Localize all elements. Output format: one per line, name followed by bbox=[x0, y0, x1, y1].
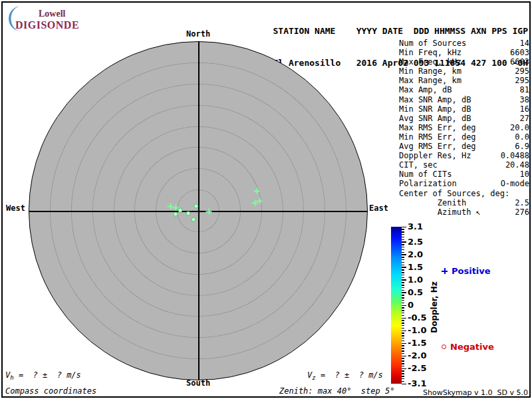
lowell-digisonde-logo: Lowell DIGISONDE bbox=[7, 5, 106, 31]
colorbar-minor-tick bbox=[402, 335, 404, 336]
stat-value: 10 bbox=[520, 170, 529, 179]
stat-value: 295 bbox=[515, 66, 529, 76]
colorbar-minor-tick bbox=[402, 370, 404, 372]
colorbar-tick-label: 2.0 bbox=[408, 249, 423, 259]
colorbar-minor-tick bbox=[402, 358, 404, 359]
colorbar-tick-label: 2.5 bbox=[408, 237, 423, 247]
legend-positive: Positive bbox=[442, 266, 491, 276]
colorbar-tick-label: -2.5 bbox=[408, 363, 426, 373]
stat-label: Avg SNR Amp, dB bbox=[399, 114, 471, 123]
stat-value: 295 bbox=[515, 76, 529, 85]
stat-label: Min Range, km bbox=[399, 66, 462, 76]
skymap-point-positive bbox=[257, 198, 263, 204]
colorbar-minor-tick bbox=[402, 277, 404, 279]
colorbar-tick-label: 1.5 bbox=[408, 262, 423, 272]
stat-label: Avg RMS Err, deg bbox=[399, 142, 476, 151]
stat-value: 38 bbox=[520, 95, 529, 104]
stat-value: 2.5 bbox=[515, 198, 529, 207]
colorbar-minor-tick bbox=[402, 237, 404, 238]
compass-label-west: West bbox=[6, 203, 25, 213]
colorbar-minor-tick bbox=[402, 338, 404, 339]
doppler-colorbar bbox=[391, 227, 402, 384]
colorbar-tick-label: -1.0 bbox=[408, 325, 426, 335]
stat-row: CIT, sec20.48 bbox=[399, 160, 529, 170]
stat-value: 14 bbox=[520, 39, 529, 48]
colorbar-minor-tick bbox=[402, 328, 404, 329]
colorbar-tick-label: -3.1 bbox=[408, 378, 426, 388]
circle-symbol-icon bbox=[442, 344, 446, 349]
colorbar-tick-label: 1.0 bbox=[408, 275, 423, 285]
legend-negative-label: Negative bbox=[450, 342, 494, 352]
colorbar-major-tick bbox=[402, 331, 406, 332]
colorbar-minor-tick bbox=[402, 287, 404, 289]
colorbar-major-tick bbox=[402, 384, 406, 385]
colorbar-minor-tick bbox=[402, 376, 404, 377]
colorbar-minor-tick bbox=[402, 269, 404, 271]
colorbar-minor-tick bbox=[402, 373, 404, 374]
stat-label: Max RMS Err, deg bbox=[399, 123, 476, 132]
compass-label-east: East bbox=[369, 203, 388, 213]
stat-label: Num of Sources bbox=[399, 39, 466, 48]
stat-row: Max RMS Err, deg20.0 bbox=[399, 123, 529, 132]
horizontal-velocity-readout: Vh = ? ± ? m/s bbox=[5, 370, 81, 381]
colorbar-minor-tick bbox=[402, 300, 404, 301]
colorbar-minor-tick bbox=[402, 234, 404, 235]
stat-label: Azimuth ↖ bbox=[399, 207, 481, 217]
stat-label: Max Range, km bbox=[399, 76, 462, 85]
skymap-point-negative bbox=[178, 208, 183, 213]
colorbar-minor-tick bbox=[402, 323, 404, 324]
horizontal-axis-line bbox=[29, 211, 368, 212]
colorbar-minor-tick bbox=[402, 315, 404, 317]
colorbar-minor-tick bbox=[402, 360, 404, 362]
colorbar-tick-label: 0 bbox=[408, 300, 414, 310]
vertical-velocity-readout: Vz = ? ± ? m/s bbox=[307, 370, 383, 381]
colorbar-minor-tick bbox=[402, 247, 404, 248]
stat-row: Num of CITs10 bbox=[399, 170, 529, 179]
colorbar-minor-tick bbox=[402, 310, 404, 311]
stat-value: 0.0 bbox=[515, 132, 529, 142]
stat-label: Min Freq, kHz bbox=[399, 48, 462, 57]
colorbar-minor-tick bbox=[402, 325, 404, 327]
colorbar-minor-tick bbox=[402, 249, 404, 251]
skymap-point-positive bbox=[206, 209, 212, 215]
colorbar-major-tick bbox=[402, 292, 406, 293]
colorbar-major-tick bbox=[402, 305, 406, 307]
stat-row: Min Range, km295 bbox=[399, 66, 529, 76]
colorbar-major-tick bbox=[402, 318, 406, 319]
colorbar-major-tick bbox=[402, 227, 406, 228]
colorbar-minor-tick bbox=[402, 275, 404, 276]
stat-value: 20.0 bbox=[510, 123, 529, 132]
stat-row: Center of Sources, deg: bbox=[399, 189, 529, 198]
stat-row: Max Range, km295 bbox=[399, 76, 529, 85]
colorbar-minor-tick bbox=[402, 350, 404, 352]
colorbar-minor-tick bbox=[402, 348, 404, 349]
colorbar-major-tick bbox=[402, 343, 406, 344]
colorbar-minor-tick bbox=[402, 290, 404, 291]
colorbar-minor-tick bbox=[402, 340, 404, 342]
showskymap-window: Lowell DIGISONDE STATION NAME YYYY DATE … bbox=[0, 0, 532, 399]
colorbar-minor-tick bbox=[402, 295, 404, 296]
colorbar-major-tick bbox=[402, 254, 406, 255]
coordinate-system-note: Compass coordinates bbox=[5, 386, 96, 396]
stat-label: Max Amp, dB bbox=[399, 85, 452, 94]
legend-negative: Negative bbox=[442, 342, 494, 352]
stat-value: 6603 bbox=[510, 57, 529, 66]
stat-row: PolarizationO-mode bbox=[399, 179, 529, 188]
stat-label: Min RMS Err, deg bbox=[399, 132, 476, 142]
stat-label: CIT, sec bbox=[399, 160, 438, 170]
stat-row: Max Amp, dB81 bbox=[399, 85, 529, 94]
compass-label-south: South bbox=[186, 378, 210, 388]
stat-value: 0.0488 bbox=[501, 151, 529, 160]
colorbar-major-tick bbox=[402, 368, 406, 370]
colorbar-tick-label: 3.1 bbox=[408, 221, 423, 231]
stat-label: Max Freq, kHz bbox=[399, 57, 462, 66]
stat-row: Avg SNR Amp, dB27 bbox=[399, 114, 529, 123]
stat-row: Max Freq, kHz6603 bbox=[399, 57, 529, 66]
stat-row: Azimuth ↖276 bbox=[399, 207, 529, 217]
colorbar-tick-label: -1.5 bbox=[408, 338, 426, 348]
colorbar-minor-tick bbox=[402, 285, 404, 286]
zenith-scale-note: Zenith: max 40° step 5° bbox=[279, 386, 394, 396]
doppler-colorbar-title: Doppler, Hz bbox=[430, 277, 439, 337]
stat-row: Max SNR Amp, dB38 bbox=[399, 95, 529, 104]
stat-value: 6.9 bbox=[515, 142, 529, 151]
